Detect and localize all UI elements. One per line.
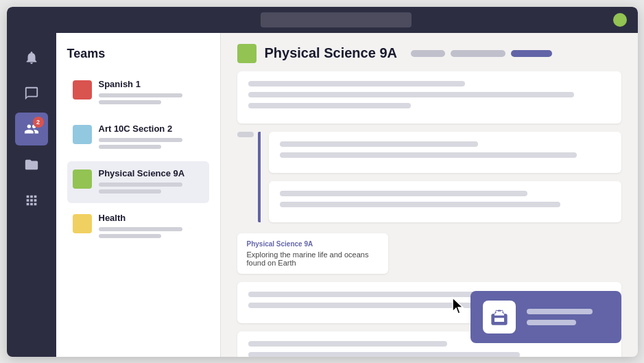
feed-section-accented bbox=[237, 132, 621, 222]
team-item-spanish1[interactable]: Spanish 1 bbox=[67, 72, 209, 114]
feed-accent bbox=[258, 132, 261, 222]
team-item-art10c[interactable]: Art 10C Section 2 bbox=[67, 117, 209, 159]
team-avatar-physci9a bbox=[73, 169, 92, 189]
sidebar-item-teams[interactable]: 2 bbox=[15, 113, 48, 145]
teams-panel-title: Teams bbox=[67, 47, 209, 61]
header-pill-1[interactable] bbox=[411, 50, 445, 57]
feed-card-3 bbox=[269, 181, 621, 222]
main-content: Physical Science 9A bbox=[221, 33, 638, 357]
search-bar[interactable] bbox=[261, 12, 412, 27]
sidebar-item-apps[interactable] bbox=[15, 184, 48, 217]
feed-card-1 bbox=[237, 71, 621, 124]
user-avatar[interactable] bbox=[613, 13, 627, 27]
highlight-label: Physical Science 9A bbox=[247, 240, 379, 248]
team-sub-line bbox=[99, 93, 182, 97]
team-sub-line bbox=[99, 234, 162, 238]
team-avatar-art10c bbox=[73, 125, 92, 144]
team-avatar-health bbox=[73, 214, 92, 233]
channel-avatar bbox=[237, 44, 257, 63]
header-actions bbox=[411, 50, 552, 57]
main-header: Physical Science 9A bbox=[221, 33, 638, 71]
team-name-health: Health bbox=[99, 213, 204, 223]
backpack-icon bbox=[483, 301, 516, 333]
sidebar-item-chat[interactable] bbox=[15, 77, 48, 110]
feed-card-2 bbox=[269, 132, 621, 173]
header-pill-active[interactable] bbox=[511, 50, 552, 57]
team-sub-line bbox=[99, 145, 162, 149]
channel-title: Physical Science 9A bbox=[265, 45, 397, 61]
top-bar bbox=[7, 7, 638, 33]
team-name-art10c: Art 10C Section 2 bbox=[99, 124, 204, 134]
team-sub-line bbox=[99, 189, 162, 194]
highlight-description: Exploring the marine life and oceans fou… bbox=[247, 250, 379, 267]
team-name-spanish1: Spanish 1 bbox=[99, 79, 204, 89]
team-sub-line bbox=[99, 138, 182, 142]
team-sub-line bbox=[99, 100, 162, 104]
action-card-lines bbox=[527, 309, 609, 325]
teams-panel: Teams Spanish 1 Art 10C Section 2 bbox=[56, 33, 221, 357]
team-sub-line bbox=[99, 227, 182, 231]
sidebar-item-files[interactable] bbox=[15, 148, 48, 181]
team-sub-line bbox=[99, 183, 182, 187]
team-avatar-spanish1 bbox=[73, 80, 92, 99]
highlight-card[interactable]: Physical Science 9A Exploring the marine… bbox=[237, 233, 388, 274]
teams-badge: 2 bbox=[33, 117, 44, 128]
team-item-health[interactable]: Health bbox=[67, 206, 209, 248]
mouse-cursor bbox=[451, 296, 466, 316]
team-name-physci9a: Physical Science 9A bbox=[99, 168, 204, 178]
sidebar-item-notifications[interactable] bbox=[15, 41, 48, 74]
sidebar-nav: 2 bbox=[7, 33, 56, 357]
team-item-physci9a[interactable]: Physical Science 9A bbox=[67, 161, 209, 203]
header-pill-2[interactable] bbox=[451, 50, 505, 57]
action-card[interactable] bbox=[470, 291, 621, 343]
